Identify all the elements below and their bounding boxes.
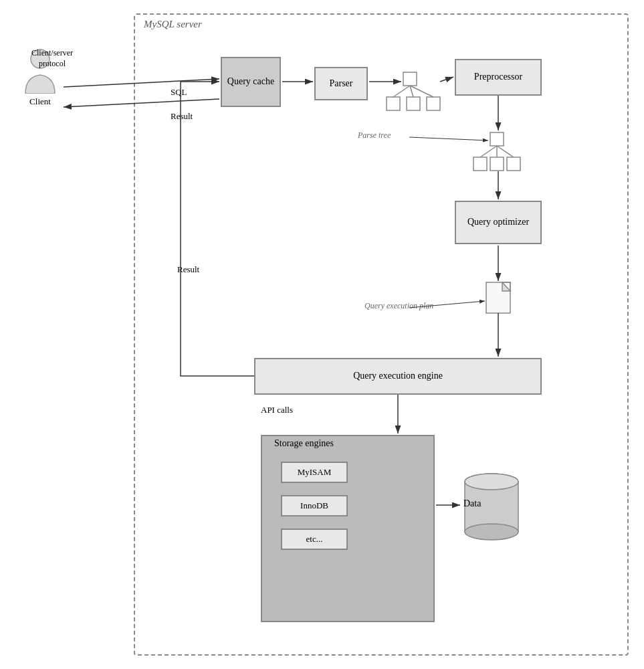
parser-box: Parser — [314, 67, 368, 100]
innodb-box: InnoDB — [281, 495, 348, 516]
data-label: Data — [463, 498, 481, 509]
result-left-label: Result — [177, 264, 199, 275]
client-label: Client — [29, 96, 51, 107]
protocol-label: Client/server protocol — [25, 48, 79, 69]
storage-engines-label: Storage engines — [274, 438, 334, 449]
result-top-label: Result — [171, 111, 193, 122]
etc-box: etc... — [281, 529, 348, 550]
svg-point-3 — [465, 524, 518, 540]
mysql-server-label: MySQL server — [144, 19, 202, 30]
query-execution-engine-box: Query execution engine — [254, 358, 542, 395]
svg-point-4 — [465, 474, 518, 490]
diagram-container: MySQL server Client Client/server protoc… — [0, 0, 644, 669]
sql-label: SQL — [171, 87, 187, 98]
qep-label: Query execution plan — [364, 301, 433, 311]
preprocessor-box: Preprocessor — [455, 59, 542, 96]
parse-tree-label: Parse tree — [358, 130, 391, 140]
myisam-box: MyISAM — [281, 462, 348, 483]
query-optimizer-box: Query optimizer — [455, 201, 542, 244]
query-cache-box: Query cache — [221, 57, 281, 107]
api-calls-label: API calls — [261, 405, 293, 415]
